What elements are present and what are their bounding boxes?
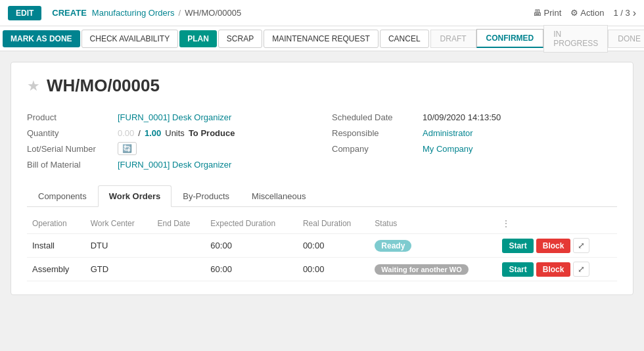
edit-button[interactable]: EDIT bbox=[8, 6, 41, 20]
cell-work_center: DTU bbox=[85, 234, 152, 258]
company-label: Company bbox=[332, 144, 417, 154]
mark-done-button[interactable]: MARK AS DONE bbox=[3, 30, 80, 47]
print-button[interactable]: 🖶 Print bbox=[533, 8, 561, 18]
breadcrumb-parent[interactable]: Manufacturing Orders bbox=[92, 8, 175, 18]
block-button[interactable]: Block bbox=[536, 239, 571, 253]
main-content: ★ WH/MO/00005 Product [FURN_0001] Desk O… bbox=[0, 51, 644, 306]
top-bar: EDIT CREATE Manufacturing Orders / WH/MO… bbox=[0, 0, 644, 26]
record-title: WH/MO/00005 bbox=[47, 76, 160, 96]
fields-grid: Product [FURN_0001] Desk Organizer Quant… bbox=[27, 109, 617, 172]
pagination: 1 / 3 › bbox=[613, 7, 636, 19]
maintenance-request-button[interactable]: MAINTENANCE REQUEST bbox=[264, 30, 379, 48]
quantity-to-produce: To Produce bbox=[189, 128, 235, 138]
next-chevron[interactable]: › bbox=[633, 7, 636, 19]
company-field-row: Company My Company bbox=[332, 141, 617, 156]
create-button[interactable]: CREATE bbox=[47, 5, 91, 20]
breadcrumb: Manufacturing Orders / WH/MO/00005 bbox=[92, 8, 241, 18]
cell-actions: StartBlock⤢ bbox=[497, 258, 617, 281]
lot-serial-field-row: Lot/Serial Number 🔄 bbox=[27, 141, 312, 156]
tabs: ComponentsWork OrdersBy-ProductsMiscella… bbox=[27, 185, 617, 207]
quantity-zero: 0.00 bbox=[118, 128, 134, 138]
status-item-draft[interactable]: DRAFT bbox=[430, 30, 476, 48]
action-bar: MARK AS DONE CHECK AVAILABILITY PLAN SCR… bbox=[0, 26, 644, 51]
col-operation: Operation bbox=[27, 216, 85, 234]
col-status: Status bbox=[369, 216, 497, 234]
pagination-text: 1 / 3 bbox=[613, 8, 630, 18]
lot-serial-button[interactable]: 🔄 bbox=[118, 142, 137, 155]
block-button[interactable]: Block bbox=[536, 262, 571, 277]
col-work_center: Work Center bbox=[85, 216, 152, 234]
responsible-value[interactable]: Administrator bbox=[423, 128, 473, 138]
top-bar-right: 🖶 Print ⚙ Action 1 / 3 › bbox=[533, 7, 636, 19]
breadcrumb-separator: / bbox=[179, 8, 181, 18]
start-button[interactable]: Start bbox=[502, 239, 533, 253]
status-badge: Ready bbox=[375, 240, 411, 252]
check-availability-button[interactable]: CHECK AVAILABILITY bbox=[81, 30, 179, 48]
work-orders-table: OperationWork CenterEnd DateExpected Dur… bbox=[27, 216, 617, 281]
row-action-group: StartBlock⤢ bbox=[502, 262, 612, 277]
bom-label: Bill of Material bbox=[27, 160, 112, 170]
cell-operation: Install bbox=[27, 234, 85, 258]
product-label: Product bbox=[27, 112, 112, 122]
table-row: InstallDTU60:0000:00ReadyStartBlock⤢ bbox=[27, 234, 617, 258]
action-button[interactable]: ⚙ Action bbox=[570, 8, 604, 18]
start-button[interactable]: Start bbox=[502, 262, 533, 277]
col-real_duration: Real Duration bbox=[298, 216, 369, 234]
cell-status: Waiting for another WO bbox=[369, 258, 497, 281]
status-item-in-progress[interactable]: IN PROGRESS bbox=[543, 25, 608, 53]
cell-end_date bbox=[152, 258, 205, 281]
record-card: ★ WH/MO/00005 Product [FURN_0001] Desk O… bbox=[11, 62, 633, 295]
cell-work_center: GTD bbox=[85, 258, 152, 281]
status-badge: Waiting for another WO bbox=[375, 264, 468, 275]
cell-end_date bbox=[152, 234, 205, 258]
product-value[interactable]: [FURN_0001] Desk Organizer bbox=[118, 112, 231, 122]
quantity-separator: / bbox=[138, 128, 141, 138]
breadcrumb-current: WH/MO/00005 bbox=[185, 8, 241, 18]
col-expected_duration: Expected Duration bbox=[205, 216, 298, 234]
bom-field-row: Bill of Material [FURN_0001] Desk Organi… bbox=[27, 156, 312, 172]
row-expand-icon[interactable]: ⤢ bbox=[573, 262, 589, 277]
cell-expected_duration: 60:00 bbox=[205, 258, 298, 281]
cell-operation: Assembly bbox=[27, 258, 85, 281]
favorite-star-icon[interactable]: ★ bbox=[27, 78, 40, 95]
responsible-field-row: Responsible Administrator bbox=[332, 125, 617, 141]
status-bar: DRAFTCONFIRMEDIN PROGRESSDONE bbox=[430, 25, 644, 53]
table-options-icon[interactable]: ⋮ bbox=[497, 216, 617, 234]
quantity-field-row: Quantity 0.00 / 1.00 Units To Produce bbox=[27, 125, 312, 141]
bom-value[interactable]: [FURN_0001] Desk Organizer bbox=[118, 160, 231, 170]
tab-miscellaneous[interactable]: Miscellaneous bbox=[241, 185, 317, 206]
cell-real_duration: 00:00 bbox=[298, 258, 369, 281]
responsible-label: Responsible bbox=[332, 128, 417, 138]
cancel-button[interactable]: CANCEL bbox=[380, 30, 429, 48]
row-action-group: StartBlock⤢ bbox=[502, 238, 612, 253]
status-item-confirmed[interactable]: CONFIRMED bbox=[476, 29, 544, 48]
company-value[interactable]: My Company bbox=[423, 144, 473, 154]
quantity-label: Quantity bbox=[27, 128, 112, 138]
table-row: AssemblyGTD60:0000:00Waiting for another… bbox=[27, 258, 617, 281]
quantity-group: 0.00 / 1.00 Units To Produce bbox=[118, 128, 235, 138]
scheduled-date-field-row: Scheduled Date 10/09/2020 14:13:50 bbox=[332, 109, 617, 125]
plan-button[interactable]: PLAN bbox=[179, 30, 217, 47]
quantity-units: Units bbox=[165, 128, 185, 138]
tab-components[interactable]: Components bbox=[27, 185, 98, 206]
product-field-row: Product [FURN_0001] Desk Organizer bbox=[27, 109, 312, 125]
record-header: ★ WH/MO/00005 bbox=[27, 76, 617, 96]
cell-actions: StartBlock⤢ bbox=[497, 234, 617, 258]
lot-serial-label: Lot/Serial Number bbox=[27, 144, 112, 154]
col-end_date: End Date bbox=[152, 216, 205, 234]
cell-status: Ready bbox=[369, 234, 497, 258]
cell-real_duration: 00:00 bbox=[298, 234, 369, 258]
print-action-group: 🖶 Print ⚙ Action bbox=[533, 8, 604, 18]
cell-expected_duration: 60:00 bbox=[205, 234, 298, 258]
scheduled-date-value: 10/09/2020 14:13:50 bbox=[423, 112, 501, 122]
tab-work_orders[interactable]: Work Orders bbox=[98, 185, 172, 207]
row-expand-icon[interactable]: ⤢ bbox=[573, 238, 589, 253]
scrap-button[interactable]: SCRAP bbox=[218, 30, 262, 48]
status-item-done[interactable]: DONE bbox=[608, 30, 644, 48]
scheduled-date-label: Scheduled Date bbox=[332, 112, 417, 122]
tab-by_products[interactable]: By-Products bbox=[172, 185, 241, 206]
quantity-one: 1.00 bbox=[145, 128, 161, 138]
